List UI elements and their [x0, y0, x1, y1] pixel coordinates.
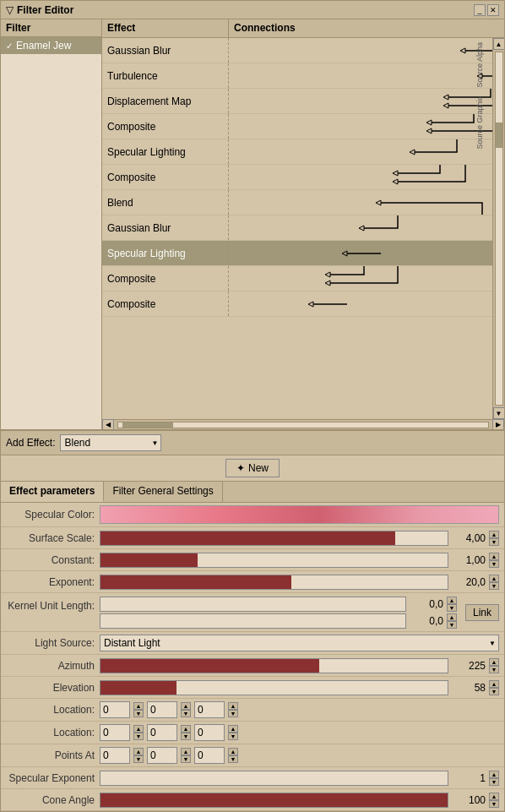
points-at-x[interactable] — [100, 747, 130, 764]
points-at-z-spinner[interactable]: ▲ ▼ — [228, 748, 238, 763]
light-source-select-wrapper[interactable]: Distant Light Point Light Spot Light ▼ — [100, 635, 499, 651]
loc2-z-up[interactable]: ▲ — [228, 725, 238, 733]
azimuth-spinner[interactable]: ▲ ▼ — [489, 658, 499, 673]
effect-row-turbulence[interactable]: Turbulence — [102, 63, 504, 89]
tab-effect-parameters[interactable]: Effect parameters — [1, 482, 104, 502]
exponent-down[interactable]: ▼ — [489, 582, 499, 590]
surface-scale-spinner[interactable]: ▲ ▼ — [489, 531, 499, 546]
exponent-up[interactable]: ▲ — [489, 575, 499, 582]
location2-z-spinner[interactable]: ▲ ▼ — [228, 725, 238, 740]
kernel-up-1[interactable]: ▲ — [447, 597, 457, 604]
exponent-slider[interactable] — [100, 575, 448, 590]
cone-angle-slider[interactable] — [100, 793, 448, 808]
effect-row-gaussian-blur-2[interactable]: Gaussian Blur — [102, 215, 504, 241]
loc1-y-up[interactable]: ▲ — [181, 702, 191, 710]
elevation-slider[interactable] — [100, 680, 448, 695]
elevation-down[interactable]: ▼ — [489, 688, 499, 695]
specular-exponent-up[interactable]: ▲ — [489, 771, 499, 778]
constant-slider[interactable] — [100, 553, 448, 568]
constant-down[interactable]: ▼ — [489, 560, 499, 568]
tab-filter-general-settings[interactable]: Filter General Settings — [104, 482, 222, 502]
scroll-track[interactable] — [495, 52, 503, 406]
new-button[interactable]: ✦ New — [225, 459, 280, 477]
scroll-right-button[interactable]: ▶ — [492, 419, 504, 430]
pat-x-down[interactable]: ▼ — [133, 755, 144, 763]
effect-row-specular-lighting-selected[interactable]: Specular Lighting — [102, 241, 504, 266]
kernel-spinner-1[interactable]: ▲ ▼ — [447, 597, 457, 612]
pat-x-up[interactable]: ▲ — [133, 748, 144, 755]
location1-x-spinner[interactable]: ▲ ▼ — [133, 702, 144, 717]
scroll-left-button[interactable]: ◀ — [102, 419, 114, 430]
location2-x[interactable] — [100, 724, 130, 741]
specular-exponent-spinner[interactable]: ▲ ▼ — [489, 771, 499, 786]
filter-item-enamel[interactable]: ✓ Enamel Jew — [1, 37, 101, 54]
exponent-spinner[interactable]: ▲ ▼ — [489, 575, 499, 590]
minimize-button[interactable]: _ — [474, 4, 486, 16]
kernel-down-1[interactable]: ▼ — [447, 604, 457, 612]
loc1-x-up[interactable]: ▲ — [133, 702, 144, 710]
points-at-y[interactable] — [147, 747, 177, 764]
loc2-x-up[interactable]: ▲ — [133, 725, 144, 733]
kernel-slider-1[interactable] — [100, 597, 406, 612]
points-at-x-spinner[interactable]: ▲ ▼ — [133, 748, 144, 763]
scroll-thumb[interactable] — [496, 123, 502, 148]
location2-y[interactable] — [147, 724, 177, 741]
surface-scale-slider[interactable] — [100, 531, 448, 546]
kernel-up-2[interactable]: ▲ — [447, 613, 457, 621]
specular-color-control[interactable] — [100, 505, 499, 524]
pat-y-up[interactable]: ▲ — [181, 748, 191, 755]
vertical-scrollbar[interactable]: ▲ ▼ — [492, 38, 504, 419]
cone-angle-down[interactable]: ▼ — [489, 800, 499, 808]
loc1-y-down[interactable]: ▼ — [181, 710, 191, 717]
loc2-x-down[interactable]: ▼ — [133, 733, 144, 740]
specular-exponent-down[interactable]: ▼ — [489, 778, 499, 786]
link-button[interactable]: Link — [465, 604, 499, 621]
location2-z[interactable] — [194, 724, 225, 741]
effect-row-gaussian-blur-1[interactable]: Gaussian Blur — [102, 38, 504, 63]
surface-scale-down[interactable]: ▼ — [489, 538, 499, 546]
pat-z-up[interactable]: ▲ — [228, 748, 238, 755]
points-at-y-spinner[interactable]: ▲ ▼ — [181, 748, 191, 763]
elevation-spinner[interactable]: ▲ ▼ — [489, 680, 499, 695]
h-scroll-thumb[interactable] — [122, 422, 173, 428]
location1-z-spinner[interactable]: ▲ ▼ — [228, 702, 238, 717]
location2-x-spinner[interactable]: ▲ ▼ — [133, 725, 144, 740]
cone-angle-up[interactable]: ▲ — [489, 793, 499, 800]
location1-x[interactable] — [100, 701, 130, 718]
pat-z-down[interactable]: ▼ — [228, 755, 238, 763]
loc2-z-down[interactable]: ▼ — [228, 733, 238, 740]
effect-row-composite-1[interactable]: Composite — [102, 114, 504, 139]
effect-row-composite-2[interactable]: Composite — [102, 165, 504, 190]
h-scroll-track[interactable] — [117, 422, 489, 428]
location1-y[interactable] — [147, 701, 177, 718]
light-source-select[interactable]: Distant Light Point Light Spot Light — [100, 635, 499, 651]
effect-row-specular-lighting-1[interactable]: Specular Lighting — [102, 139, 504, 165]
constant-spinner[interactable]: ▲ ▼ — [489, 553, 499, 568]
constant-up[interactable]: ▲ — [489, 553, 499, 560]
add-effect-select[interactable]: Blend Gaussian Blur Turbulence Composite… — [60, 434, 161, 451]
kernel-slider-2[interactable] — [100, 613, 406, 629]
loc2-y-down[interactable]: ▼ — [181, 733, 191, 740]
location2-y-spinner[interactable]: ▲ ▼ — [181, 725, 191, 740]
add-effect-select-wrapper[interactable]: Blend Gaussian Blur Turbulence Composite… — [60, 434, 161, 451]
loc1-z-up[interactable]: ▲ — [228, 702, 238, 710]
points-at-z[interactable] — [194, 747, 225, 764]
effect-row-composite-4[interactable]: Composite — [102, 292, 504, 317]
azimuth-up[interactable]: ▲ — [489, 658, 499, 666]
location1-y-spinner[interactable]: ▲ ▼ — [181, 702, 191, 717]
loc1-z-down[interactable]: ▼ — [228, 710, 238, 717]
specular-exponent-slider[interactable] — [100, 771, 448, 786]
scroll-up-button[interactable]: ▲ — [493, 38, 505, 50]
surface-scale-up[interactable]: ▲ — [489, 531, 499, 538]
kernel-down-2[interactable]: ▼ — [447, 621, 457, 629]
effect-row-blend[interactable]: Blend — [102, 190, 504, 215]
kernel-spinner-2[interactable]: ▲ ▼ — [447, 613, 457, 629]
effect-row-composite-3[interactable]: Composite — [102, 266, 504, 292]
pat-y-down[interactable]: ▼ — [181, 755, 191, 763]
loc2-y-up[interactable]: ▲ — [181, 725, 191, 733]
close-button[interactable]: ✕ — [487, 4, 499, 16]
loc1-x-down[interactable]: ▼ — [133, 710, 144, 717]
location1-z[interactable] — [194, 701, 225, 718]
scroll-down-button[interactable]: ▼ — [493, 407, 505, 419]
cone-angle-spinner[interactable]: ▲ ▼ — [489, 793, 499, 808]
